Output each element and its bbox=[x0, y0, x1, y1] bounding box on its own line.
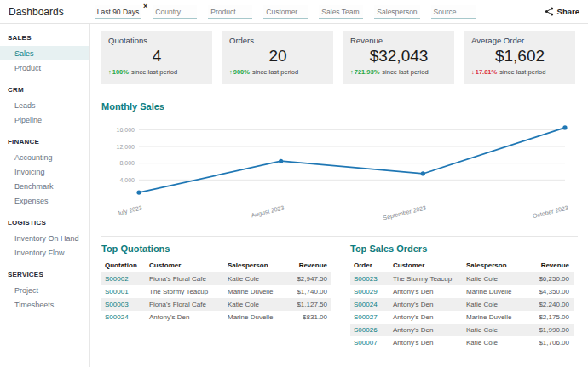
sidebar-item-expenses[interactable]: Expenses bbox=[0, 193, 89, 208]
record-link[interactable]: S00029 bbox=[350, 285, 389, 298]
table-cell: Antony's Den bbox=[389, 311, 463, 324]
svg-text:12,000: 12,000 bbox=[117, 144, 135, 150]
sidebar-item-inventory-flow[interactable]: Inventory Flow bbox=[0, 245, 89, 260]
sidebar-section-title: CRM bbox=[0, 86, 89, 98]
column-header-order: Order bbox=[350, 260, 389, 272]
table-row: S00027Antony's DenMarine Duvelle$2,175.0… bbox=[350, 311, 574, 324]
record-link[interactable]: S00002 bbox=[101, 272, 146, 286]
record-link[interactable]: S00024 bbox=[350, 298, 389, 311]
kpi-card-revenue: Revenue$32,043↑721.93%since last period bbox=[343, 31, 454, 84]
kpi-title: Revenue bbox=[350, 36, 447, 45]
record-link[interactable]: S00027 bbox=[350, 311, 389, 324]
table-title: Top Quotations bbox=[101, 244, 331, 254]
table-cell: $1,706.00 bbox=[524, 336, 574, 349]
filter-last-90-days[interactable]: Last 90 Days× bbox=[95, 5, 142, 19]
kpi-card-quotations: Quotations4↑100%since last period bbox=[101, 31, 212, 84]
filter-label: Country bbox=[155, 8, 181, 16]
kpi-value: $32,043 bbox=[350, 47, 447, 66]
record-link[interactable]: S00024 bbox=[101, 311, 146, 324]
svg-text:July 2023: July 2023 bbox=[116, 204, 142, 217]
sidebar-section-title: SERVICES bbox=[0, 271, 89, 283]
filter-product[interactable]: Product bbox=[208, 5, 252, 19]
table-cell: $2,240.00 bbox=[524, 298, 574, 311]
sidebar-section-title: LOGISTICS bbox=[0, 219, 89, 231]
app-title: Dashboards bbox=[9, 6, 64, 18]
record-link[interactable]: S00003 bbox=[101, 298, 146, 311]
filter-source[interactable]: Source bbox=[431, 5, 476, 19]
filter-sales-team[interactable]: Sales Team bbox=[319, 5, 363, 19]
svg-text:4,000: 4,000 bbox=[119, 177, 135, 183]
share-icon bbox=[545, 7, 554, 16]
kpi-change-percent: 900% bbox=[233, 68, 250, 76]
table-cell: Katie Cole bbox=[463, 298, 524, 311]
sidebar-item-product[interactable]: Product bbox=[0, 60, 89, 75]
top-quotations-section: Top QuotationsQuotationCustomerSalespers… bbox=[101, 244, 331, 349]
record-link[interactable]: S00001 bbox=[101, 285, 146, 298]
arrow-up-icon: ↑ bbox=[229, 68, 233, 76]
table-cell: $6,250.00 bbox=[524, 272, 574, 286]
kpi-change: ↑900%since last period bbox=[229, 68, 326, 76]
sidebar-item-timesheets[interactable]: Timesheets bbox=[0, 297, 89, 312]
filter-label: Sales Team bbox=[321, 8, 359, 16]
table-cell: Katie Cole bbox=[224, 298, 285, 311]
kpi-value: 4 bbox=[108, 47, 205, 66]
kpi-title: Average Order bbox=[471, 36, 568, 45]
kpi-change: ↑100%since last period bbox=[108, 68, 205, 76]
kpi-card-average-order: Average Order$1,602↓17.81%since last per… bbox=[464, 31, 575, 84]
filter-customer[interactable]: Customer bbox=[263, 5, 308, 19]
sidebar-section-services: SERVICESProjectTimesheets bbox=[0, 271, 89, 312]
main-content: Quotations4↑100%since last periodOrders2… bbox=[90, 24, 588, 367]
record-link[interactable]: S00007 bbox=[350, 336, 389, 349]
table-cell: Katie Cole bbox=[463, 336, 524, 349]
sidebar-section-finance: FINANCEAccountingInvoicingBenchmarkExpen… bbox=[0, 138, 89, 208]
svg-text:October 2023: October 2023 bbox=[532, 204, 568, 219]
kpi-title: Orders bbox=[229, 36, 326, 45]
table-cell: Marine Duvelle bbox=[463, 285, 524, 298]
sidebar-item-accounting[interactable]: Accounting bbox=[0, 150, 89, 164]
kpi-value: $1,602 bbox=[471, 47, 568, 66]
sidebar-item-sales[interactable]: Sales bbox=[0, 46, 89, 60]
table-row: S00029Antony's DenMarine Duvelle$4,350.0… bbox=[350, 285, 574, 298]
kpi-change-note: since last period bbox=[382, 68, 428, 76]
arrow-up-icon: ↑ bbox=[108, 68, 112, 76]
kpi-title: Quotations bbox=[108, 36, 205, 45]
table-cell: $1,127.50 bbox=[285, 298, 331, 311]
table-cell: Fiona's Floral Cafe bbox=[146, 272, 224, 286]
table-row: S00003Fiona's Floral CafeKatie Cole$1,12… bbox=[101, 298, 331, 311]
record-link[interactable]: S00026 bbox=[350, 324, 389, 336]
sidebar-item-pipeline[interactable]: Pipeline bbox=[0, 112, 89, 127]
kpi-change-note: since last period bbox=[131, 68, 177, 76]
record-link[interactable]: S00023 bbox=[350, 272, 389, 286]
table-cell: Antony's Den bbox=[389, 324, 463, 336]
filter-country[interactable]: Country bbox=[153, 5, 197, 19]
kpi-change-note: since last period bbox=[252, 68, 298, 76]
main-layout: SALESSalesProductCRMLeadsPipelineFINANCE… bbox=[0, 24, 588, 367]
table-cell: Antony's Den bbox=[389, 285, 463, 298]
dashboards-app: Dashboards Last 90 Days×CountryProductCu… bbox=[0, 0, 588, 367]
sidebar-item-invoicing[interactable]: Invoicing bbox=[0, 164, 89, 179]
svg-text:16,000: 16,000 bbox=[117, 127, 135, 133]
filter-salesperson[interactable]: Salesperson bbox=[374, 5, 419, 19]
table-row: S00002Fiona's Floral CafeKatie Cole$2,94… bbox=[101, 272, 331, 286]
table-row: S00024Antony's DenMarine Duvelle$831.00 bbox=[101, 311, 331, 324]
table-cell: $831.00 bbox=[285, 311, 331, 324]
sidebar-item-project[interactable]: Project bbox=[0, 283, 89, 297]
share-button[interactable]: Share bbox=[545, 7, 579, 16]
kpi-change-percent: 721.93% bbox=[355, 68, 380, 76]
remove-filter-icon[interactable]: × bbox=[143, 2, 147, 10]
sidebar-item-leads[interactable]: Leads bbox=[0, 98, 89, 112]
sidebar-item-benchmark[interactable]: Benchmark bbox=[0, 179, 89, 193]
kpi-change: ↑721.93%since last period bbox=[350, 68, 447, 76]
kpi-change-percent: 100% bbox=[112, 68, 129, 76]
sidebar-item-inventory-on-hand[interactable]: Inventory On Hand bbox=[0, 231, 89, 245]
sidebar-section-title: SALES bbox=[0, 34, 89, 46]
table-cell: Katie Cole bbox=[463, 324, 524, 336]
kpi-change: ↓17.81%since last period bbox=[471, 68, 568, 76]
column-header-revenue: Revenue bbox=[524, 260, 574, 272]
table-cell: $1,990.00 bbox=[524, 324, 574, 336]
table-row: S00024Antony's DenKatie Cole$2,240.00 bbox=[350, 298, 574, 311]
tables-row: Top QuotationsQuotationCustomerSalespers… bbox=[101, 236, 578, 349]
table-cell: $1,740.00 bbox=[285, 285, 331, 298]
table-cell: Marine Duvelle bbox=[224, 311, 285, 324]
table-row: S00001The Stormy TeacupMarine Duvelle$1,… bbox=[101, 285, 331, 298]
